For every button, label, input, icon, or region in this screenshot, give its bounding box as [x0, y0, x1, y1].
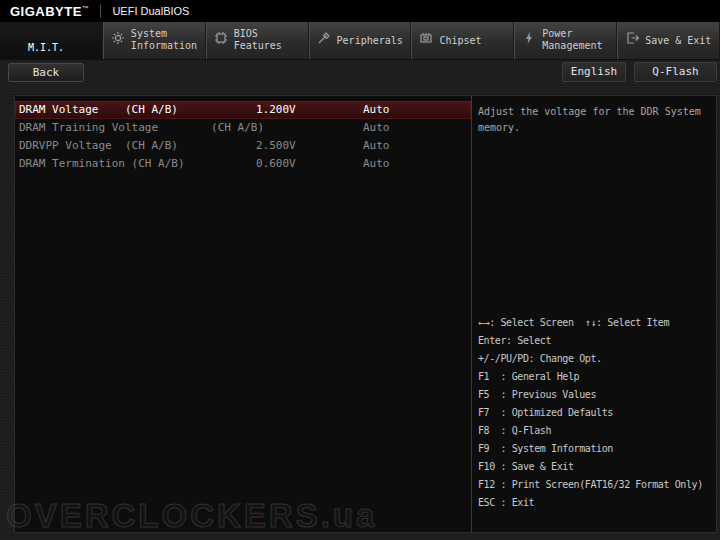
hotkey-hint: ESC : Exit	[478, 494, 714, 512]
setting-option[interactable]: Auto	[363, 137, 390, 154]
setting-row-ddrvpp-voltage[interactable]: DDRVPP Voltage (CH A/B) 2.500V Auto	[15, 137, 471, 155]
tab-system-information[interactable]: SystemInformation	[103, 22, 206, 59]
setting-label: DRAM Termination (CH A/B)	[19, 155, 185, 172]
setting-option[interactable]: Auto	[363, 155, 390, 172]
bios-setup-screen: GIGABYTE™ UEFI DualBIOS M.I.T. SystemInf…	[0, 0, 720, 540]
tab-label: Chipset	[439, 35, 481, 46]
help-description: Adjust the voltage for the DDR System me…	[478, 104, 714, 136]
hotkey-hint: F8 : Q-Flash	[478, 422, 714, 440]
title-separator	[100, 4, 101, 18]
tab-label-line2: Information	[131, 40, 197, 51]
tab-power-management[interactable]: PowerManagement	[514, 22, 617, 59]
overclockers-watermark: OVERCLOCKERS.ua	[6, 497, 377, 535]
tab-bios-features[interactable]: BIOSFeatures	[206, 22, 309, 59]
hotkey-hint: F1 : General Help	[478, 368, 714, 386]
hotkey-hint: F10 : Save & Exit	[478, 458, 714, 476]
tab-peripherals[interactable]: Peripherals	[309, 22, 412, 59]
tab-label: Peripherals	[337, 35, 403, 46]
tab-label: Save & Exit	[645, 35, 711, 46]
hotkey-hint: Enter: Select	[478, 332, 714, 350]
title-bar: GIGABYTE™ UEFI DualBIOS	[0, 0, 720, 22]
tab-label: System	[131, 28, 167, 39]
setting-option[interactable]: Auto	[363, 119, 390, 136]
screwdriver-icon	[317, 30, 333, 46]
setting-option[interactable]: Auto	[363, 101, 390, 118]
settings-list: DRAM Voltage (CH A/B) 1.200V Auto DRAM T…	[15, 96, 471, 532]
setting-value: 0.600V	[256, 155, 296, 172]
gear-icon	[111, 30, 127, 46]
main-content: DRAM Voltage (CH A/B) 1.200V Auto DRAM T…	[14, 95, 717, 533]
tab-label: BIOS	[234, 28, 258, 39]
hotkey-hint: F12 : Print Screen(FAT16/32 Format Only)	[478, 476, 714, 494]
main-menu-tabbar: M.I.T. SystemInformation BIOSFeatures Pe…	[0, 22, 720, 60]
setting-row-dram-training-voltage[interactable]: DRAM Training Voltage (CH A/B) Auto	[15, 119, 471, 137]
back-button[interactable]: Back	[8, 63, 84, 82]
qflash-button[interactable]: Q-Flash	[634, 62, 717, 82]
setting-label: DRAM Voltage (CH A/B)	[19, 101, 178, 118]
tab-label-line2: Features	[234, 40, 282, 51]
exit-arrow-icon	[625, 30, 641, 46]
setting-row-dram-termination[interactable]: DRAM Termination (CH A/B) 0.600V Auto	[15, 155, 471, 173]
hotkey-hints: ←→: Select Screen ↑↓: Select Item Enter:…	[478, 314, 714, 512]
uefi-dualbios-label: UEFI DualBIOS	[112, 5, 189, 17]
tab-label: M.I.T.	[28, 42, 64, 53]
setting-label: DDRVPP Voltage (CH A/B)	[19, 137, 178, 154]
setting-value: 2.500V	[256, 137, 296, 154]
tab-mit[interactable]: M.I.T.	[0, 22, 103, 59]
tab-save-exit[interactable]: Save & Exit	[617, 22, 720, 59]
mit-sphere-icon	[8, 30, 24, 46]
gigabyte-logo: GIGABYTE™	[0, 4, 89, 19]
hotkey-hint: F9 : System Information	[478, 440, 714, 458]
setting-value: 1.200V	[256, 101, 296, 118]
power-bolt-icon	[522, 30, 538, 46]
setting-row-dram-voltage[interactable]: DRAM Voltage (CH A/B) 1.200V Auto	[15, 101, 471, 119]
bios-chip-icon	[214, 30, 230, 46]
hotkey-hint: F7 : Optimized Defaults	[478, 404, 714, 422]
chipset-icon	[419, 30, 435, 46]
language-button[interactable]: English	[562, 62, 626, 82]
tab-chipset[interactable]: Chipset	[411, 22, 514, 59]
hotkey-hint: +/-/PU/PD: Change Opt.	[478, 350, 714, 368]
hotkey-hint: F5 : Previous Values	[478, 386, 714, 404]
tab-label: Power	[542, 28, 572, 39]
tab-label-line2: Management	[542, 40, 602, 51]
setting-label: DRAM Training Voltage (CH A/B)	[19, 119, 264, 136]
hotkey-hint: ←→: Select Screen ↑↓: Select Item	[478, 314, 714, 332]
help-panel: Adjust the voltage for the DDR System me…	[471, 96, 716, 532]
trademark-symbol: ™	[82, 4, 90, 11]
